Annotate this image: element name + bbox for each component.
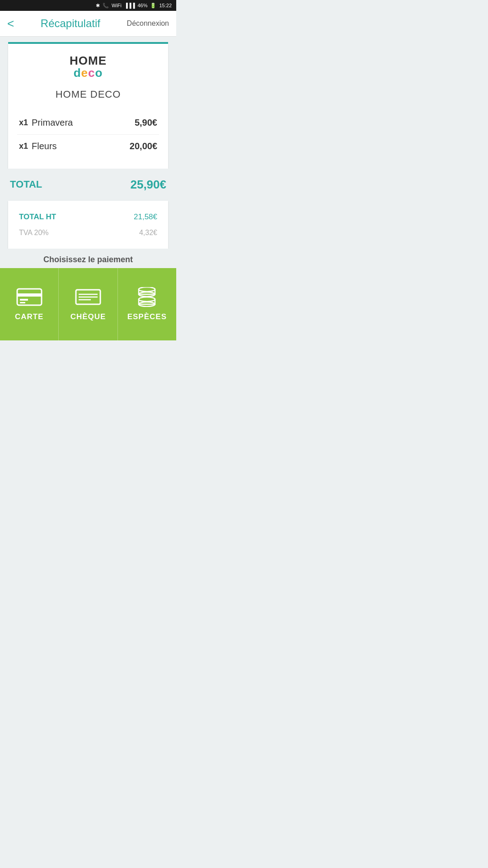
especes-button[interactable]: ESPÈCES xyxy=(118,268,176,340)
cash-icon xyxy=(134,287,160,307)
main-content: HOME deco HOME DECO x1 Primavera 5,90€ x… xyxy=(0,42,176,340)
logo-home-text: HOME xyxy=(70,55,107,66)
cheque-label: CHÈQUE xyxy=(70,312,106,321)
bluetooth-icon: ✱ xyxy=(96,3,100,9)
svg-point-10 xyxy=(139,297,155,302)
logo-area: HOME deco xyxy=(17,55,159,80)
subtotal-ht-label: TOTAL HT xyxy=(19,212,56,222)
wifi-icon: WiFi xyxy=(112,3,122,8)
logo-deco-text: deco xyxy=(70,66,107,80)
battery-icon: 🔋 xyxy=(150,3,156,9)
tva-value: 4,32€ xyxy=(139,229,157,237)
clock: 15:22 xyxy=(159,3,172,8)
receipt-card: HOME deco HOME DECO x1 Primavera 5,90€ x… xyxy=(8,44,168,169)
item-price-2: 20,00€ xyxy=(130,141,157,151)
item-price-1: 5,90€ xyxy=(135,118,157,128)
item-qty-2: x1 xyxy=(19,142,28,151)
back-button[interactable]: < xyxy=(7,18,14,29)
tva-label: TVA 20% xyxy=(19,229,49,237)
card-icon xyxy=(16,287,42,307)
battery-level: 46% xyxy=(137,3,147,8)
phone-icon: 📞 xyxy=(103,3,109,9)
svg-rect-2 xyxy=(20,299,28,301)
store-name: HOME DECO xyxy=(17,89,159,100)
signal-bars: ▐▐▐ xyxy=(124,3,135,8)
carte-button[interactable]: CARTE xyxy=(0,268,59,340)
payment-title: Choisissez le paiement xyxy=(43,255,133,264)
brand-logo: HOME deco xyxy=(70,55,107,80)
subtotals-card: TOTAL HT 21,58€ TVA 20% 4,32€ xyxy=(8,201,168,249)
order-items-list: x1 Primavera 5,90€ x1 Fleurs 20,00€ xyxy=(17,111,159,158)
carte-label: CARTE xyxy=(15,312,44,321)
logout-button[interactable]: Déconnexion xyxy=(127,19,169,28)
svg-rect-1 xyxy=(17,293,42,297)
subtotal-ht-value: 21,58€ xyxy=(134,212,157,222)
especes-label: ESPÈCES xyxy=(127,312,167,321)
total-value: 25,90€ xyxy=(130,178,166,192)
payment-buttons-bar: CARTE CHÈQUE xyxy=(0,268,176,340)
svg-rect-3 xyxy=(20,302,25,303)
item-qty-1: x1 xyxy=(19,118,28,127)
page-title: Récapitulatif xyxy=(41,17,100,30)
status-bar: ✱ 📞 WiFi ▐▐▐ 46% 🔋 15:22 xyxy=(0,0,176,11)
order-item: x1 Fleurs 20,00€ xyxy=(17,135,159,158)
order-item: x1 Primavera 5,90€ xyxy=(17,111,159,135)
total-label: TOTAL xyxy=(10,179,42,190)
cheque-icon xyxy=(75,287,101,307)
cheque-button[interactable]: CHÈQUE xyxy=(59,268,117,340)
item-name-2: Fleurs xyxy=(32,141,57,151)
tva-row: TVA 20% 4,32€ xyxy=(17,225,159,241)
subtotal-ht-row: TOTAL HT 21,58€ xyxy=(17,209,159,225)
item-name-1: Primavera xyxy=(32,118,73,128)
svg-point-13 xyxy=(139,287,155,292)
header: < Récapitulatif Déconnexion xyxy=(0,11,176,37)
payment-section: Choisissez le paiement xyxy=(0,249,176,268)
total-row: TOTAL 25,90€ xyxy=(0,169,176,201)
